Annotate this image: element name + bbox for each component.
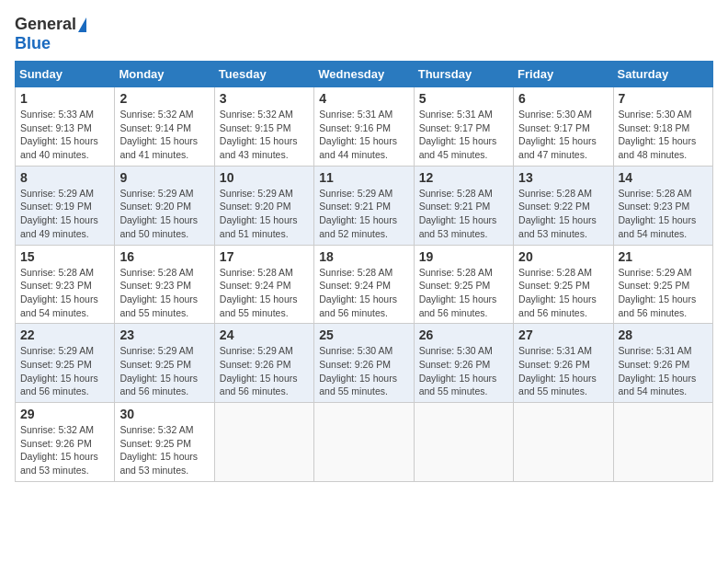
calendar-day-22: 22Sunrise: 5:29 AMSunset: 9:25 PMDayligh… <box>16 324 115 403</box>
day-info: Sunrise: 5:29 AMSunset: 9:20 PMDaylight:… <box>220 187 309 241</box>
day-info: Sunrise: 5:28 AMSunset: 9:25 PMDaylight:… <box>419 266 508 320</box>
day-number: 6 <box>518 91 608 106</box>
calendar-week-5: 29Sunrise: 5:32 AMSunset: 9:26 PMDayligh… <box>16 403 713 482</box>
calendar-day-28: 28Sunrise: 5:31 AMSunset: 9:26 PMDayligh… <box>613 324 712 403</box>
day-number: 18 <box>319 249 408 264</box>
calendar-day-13: 13Sunrise: 5:28 AMSunset: 9:22 PMDayligh… <box>514 166 613 245</box>
day-number: 16 <box>119 249 209 264</box>
day-info: Sunrise: 5:28 AMSunset: 9:24 PMDaylight:… <box>220 266 309 320</box>
day-number: 23 <box>119 327 209 342</box>
logo-triangle-icon <box>78 17 86 32</box>
day-number: 11 <box>319 170 408 185</box>
day-info: Sunrise: 5:30 AMSunset: 9:26 PMDaylight:… <box>319 344 408 398</box>
logo-general-text: General <box>15 15 76 34</box>
day-number: 12 <box>419 170 508 185</box>
calendar-day-16: 16Sunrise: 5:28 AMSunset: 9:23 PMDayligh… <box>115 245 214 324</box>
day-number: 3 <box>220 91 309 106</box>
day-info: Sunrise: 5:33 AMSunset: 9:13 PMDaylight:… <box>20 108 109 162</box>
calendar-day-12: 12Sunrise: 5:28 AMSunset: 9:21 PMDayligh… <box>414 166 513 245</box>
day-info: Sunrise: 5:29 AMSunset: 9:25 PMDaylight:… <box>619 266 708 320</box>
calendar-day-25: 25Sunrise: 5:30 AMSunset: 9:26 PMDayligh… <box>314 324 414 403</box>
day-number: 26 <box>419 327 508 342</box>
calendar-day-8: 8Sunrise: 5:29 AMSunset: 9:19 PMDaylight… <box>16 166 115 245</box>
day-number: 5 <box>419 91 508 106</box>
calendar-week-2: 8Sunrise: 5:29 AMSunset: 9:19 PMDaylight… <box>16 166 713 245</box>
logo-blue-text: Blue <box>15 34 51 52</box>
calendar-day-9: 9Sunrise: 5:29 AMSunset: 9:20 PMDaylight… <box>115 166 214 245</box>
day-info: Sunrise: 5:31 AMSunset: 9:26 PMDaylight:… <box>619 344 708 398</box>
calendar-day-18: 18Sunrise: 5:28 AMSunset: 9:24 PMDayligh… <box>314 245 414 324</box>
weekday-header-wednesday: Wednesday <box>314 62 414 87</box>
day-info: Sunrise: 5:28 AMSunset: 9:22 PMDaylight:… <box>518 187 608 241</box>
day-info: Sunrise: 5:32 AMSunset: 9:15 PMDaylight:… <box>220 108 309 162</box>
day-number: 24 <box>220 327 309 342</box>
weekday-header-saturday: Saturday <box>613 62 712 87</box>
day-number: 15 <box>20 249 109 264</box>
weekday-header-friday: Friday <box>514 62 613 87</box>
day-number: 29 <box>20 407 109 421</box>
day-info: Sunrise: 5:31 AMSunset: 9:16 PMDaylight:… <box>319 108 408 162</box>
calendar-week-3: 15Sunrise: 5:28 AMSunset: 9:23 PMDayligh… <box>16 245 713 324</box>
calendar-day-3: 3Sunrise: 5:32 AMSunset: 9:15 PMDaylight… <box>214 87 313 167</box>
calendar-day-23: 23Sunrise: 5:29 AMSunset: 9:25 PMDayligh… <box>115 324 214 403</box>
day-info: Sunrise: 5:30 AMSunset: 9:26 PMDaylight:… <box>419 344 508 398</box>
calendar-day-20: 20Sunrise: 5:28 AMSunset: 9:25 PMDayligh… <box>514 245 613 324</box>
calendar-day-5: 5Sunrise: 5:31 AMSunset: 9:17 PMDaylight… <box>414 87 513 167</box>
day-number: 14 <box>619 170 708 185</box>
empty-cell <box>514 403 613 482</box>
day-info: Sunrise: 5:28 AMSunset: 9:25 PMDaylight:… <box>518 266 608 320</box>
calendar-day-14: 14Sunrise: 5:28 AMSunset: 9:23 PMDayligh… <box>613 166 712 245</box>
logo: General Blue <box>15 15 86 53</box>
calendar-day-17: 17Sunrise: 5:28 AMSunset: 9:24 PMDayligh… <box>214 245 313 324</box>
weekday-header-sunday: Sunday <box>16 62 115 87</box>
day-info: Sunrise: 5:28 AMSunset: 9:21 PMDaylight:… <box>419 187 508 241</box>
day-info: Sunrise: 5:29 AMSunset: 9:20 PMDaylight:… <box>119 187 209 241</box>
calendar-day-11: 11Sunrise: 5:29 AMSunset: 9:21 PMDayligh… <box>314 166 414 245</box>
empty-cell <box>214 403 313 482</box>
day-info: Sunrise: 5:28 AMSunset: 9:23 PMDaylight:… <box>619 187 708 241</box>
day-info: Sunrise: 5:28 AMSunset: 9:23 PMDaylight:… <box>119 266 209 320</box>
day-info: Sunrise: 5:29 AMSunset: 9:21 PMDaylight:… <box>319 187 408 241</box>
day-number: 7 <box>619 91 708 106</box>
day-number: 17 <box>220 249 309 264</box>
weekday-header-monday: Monday <box>115 62 214 87</box>
day-number: 9 <box>119 170 209 185</box>
day-info: Sunrise: 5:32 AMSunset: 9:25 PMDaylight:… <box>119 423 209 477</box>
day-info: Sunrise: 5:29 AMSunset: 9:25 PMDaylight:… <box>119 344 209 398</box>
calendar-day-6: 6Sunrise: 5:30 AMSunset: 9:17 PMDaylight… <box>514 87 613 167</box>
calendar-day-27: 27Sunrise: 5:31 AMSunset: 9:26 PMDayligh… <box>514 324 613 403</box>
calendar-day-24: 24Sunrise: 5:29 AMSunset: 9:26 PMDayligh… <box>214 324 313 403</box>
calendar-week-1: 1Sunrise: 5:33 AMSunset: 9:13 PMDaylight… <box>16 87 713 167</box>
day-number: 22 <box>20 327 109 342</box>
empty-cell <box>414 403 513 482</box>
calendar-day-15: 15Sunrise: 5:28 AMSunset: 9:23 PMDayligh… <box>16 245 115 324</box>
day-number: 1 <box>20 91 109 106</box>
day-info: Sunrise: 5:28 AMSunset: 9:23 PMDaylight:… <box>20 266 109 320</box>
day-number: 30 <box>119 407 209 421</box>
calendar-day-7: 7Sunrise: 5:30 AMSunset: 9:18 PMDaylight… <box>613 87 712 167</box>
day-number: 20 <box>518 249 608 264</box>
calendar-day-1: 1Sunrise: 5:33 AMSunset: 9:13 PMDaylight… <box>16 87 115 167</box>
day-number: 2 <box>119 91 209 106</box>
day-number: 27 <box>518 327 608 342</box>
day-info: Sunrise: 5:32 AMSunset: 9:14 PMDaylight:… <box>119 108 209 162</box>
calendar-day-19: 19Sunrise: 5:28 AMSunset: 9:25 PMDayligh… <box>414 245 513 324</box>
calendar-day-26: 26Sunrise: 5:30 AMSunset: 9:26 PMDayligh… <box>414 324 513 403</box>
day-number: 10 <box>220 170 309 185</box>
day-number: 4 <box>319 91 408 106</box>
day-info: Sunrise: 5:32 AMSunset: 9:26 PMDaylight:… <box>20 423 109 477</box>
day-number: 8 <box>20 170 109 185</box>
day-number: 19 <box>419 249 508 264</box>
calendar-day-2: 2Sunrise: 5:32 AMSunset: 9:14 PMDaylight… <box>115 87 214 167</box>
day-number: 21 <box>619 249 708 264</box>
weekday-header-tuesday: Tuesday <box>214 62 313 87</box>
day-info: Sunrise: 5:31 AMSunset: 9:17 PMDaylight:… <box>419 108 508 162</box>
day-info: Sunrise: 5:30 AMSunset: 9:18 PMDaylight:… <box>619 108 708 162</box>
calendar-day-29: 29Sunrise: 5:32 AMSunset: 9:26 PMDayligh… <box>16 403 115 482</box>
day-info: Sunrise: 5:29 AMSunset: 9:26 PMDaylight:… <box>220 344 309 398</box>
day-info: Sunrise: 5:28 AMSunset: 9:24 PMDaylight:… <box>319 266 408 320</box>
day-info: Sunrise: 5:29 AMSunset: 9:25 PMDaylight:… <box>20 344 109 398</box>
day-info: Sunrise: 5:29 AMSunset: 9:19 PMDaylight:… <box>20 187 109 241</box>
header-area: General Blue <box>15 15 713 53</box>
calendar-day-21: 21Sunrise: 5:29 AMSunset: 9:25 PMDayligh… <box>613 245 712 324</box>
